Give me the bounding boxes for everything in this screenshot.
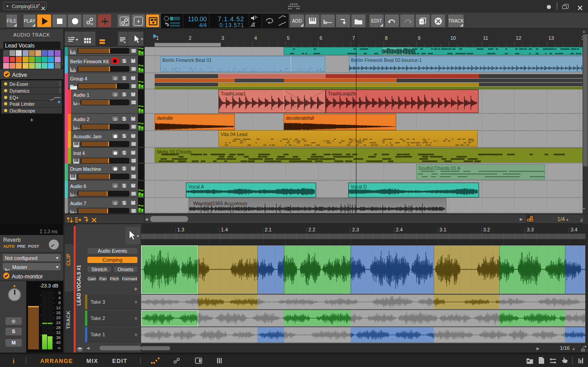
svg-text:w: w (90, 22, 93, 25)
svg-text:w: w (125, 22, 128, 25)
svg-text:+: + (421, 20, 423, 24)
